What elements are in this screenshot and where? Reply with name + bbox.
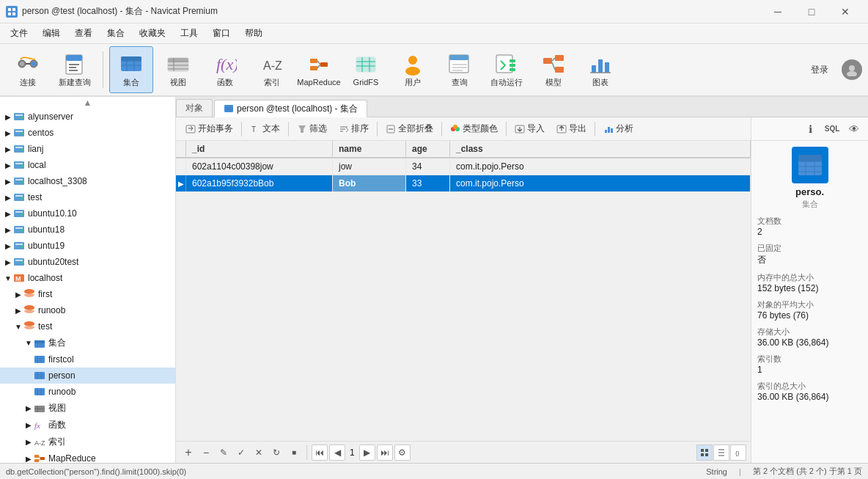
menu-window[interactable]: 窗口: [205, 24, 238, 43]
add-record-button[interactable]: +: [180, 445, 196, 461]
chart-button[interactable]: 图表: [578, 46, 622, 93]
filter-button[interactable]: 筛选: [292, 120, 332, 138]
menu-file[interactable]: 文件: [3, 24, 35, 43]
sidebar-item-local[interactable]: ▶ local: [0, 157, 175, 173]
collection-folder-icon: [34, 337, 45, 349]
stop-button[interactable]: ■: [286, 445, 302, 461]
svg-rect-31: [356, 57, 375, 72]
user-button[interactable]: 用户: [391, 46, 435, 93]
menu-favorites[interactable]: 收藏夹: [132, 24, 173, 43]
sidebar-item-ubuntu19[interactable]: ▶ ubuntu19: [0, 238, 175, 254]
col-header-age[interactable]: age: [406, 141, 450, 157]
index-button[interactable]: A-Z 索引: [250, 46, 294, 93]
sidebar-item-ubuntu20test[interactable]: ▶ ubuntu20test: [0, 254, 175, 270]
view-button[interactable]: 视图: [156, 46, 200, 93]
edit-record-button[interactable]: ✎: [216, 445, 232, 461]
nav-last-button[interactable]: ⏭: [377, 445, 393, 461]
nav-prev-button[interactable]: ◀: [329, 445, 345, 461]
user-avatar[interactable]: [842, 59, 862, 80]
info-sql-button[interactable]: SQL: [824, 121, 840, 137]
sidebar-item-mapreduce-folder[interactable]: ▶ MapReduce: [0, 450, 175, 463]
maximize-button[interactable]: □: [795, 0, 828, 23]
info-panel: ℹ SQL 👁: [751, 117, 868, 463]
sidebar-item-centos[interactable]: ▶ centos: [0, 125, 175, 141]
sidebar-item-ubuntu18[interactable]: ▶ ubuntu18: [0, 222, 175, 238]
close-button[interactable]: ✕: [828, 0, 862, 23]
cancel-record-button[interactable]: ✕: [251, 445, 267, 461]
export-button[interactable]: 导出: [551, 120, 592, 138]
sidebar-item-indexes-folder[interactable]: ▶ A-Z 索引: [0, 434, 175, 450]
info-details-button[interactable]: ℹ: [802, 121, 818, 137]
sidebar-item-ubuntu10[interactable]: ▶ ubuntu10.10: [0, 205, 175, 222]
menu-tools[interactable]: 工具: [173, 24, 205, 43]
collapse-all-label: 全部折叠: [398, 123, 433, 135]
sidebar-item-alyunserver[interactable]: ▶ alyunserver: [0, 109, 175, 125]
sidebar-item-collections-folder[interactable]: ▼ 集合: [0, 334, 175, 351]
collapse-all-button[interactable]: 全部折叠: [380, 120, 438, 138]
function-button[interactable]: f(x) 函数: [203, 46, 247, 93]
svg-text:{}: {}: [735, 450, 740, 456]
text-button[interactable]: T 文本: [245, 120, 285, 138]
sidebar-label: ubuntu20test: [28, 257, 78, 267]
delete-record-button[interactable]: −: [198, 445, 214, 461]
sidebar-item-runoob-col[interactable]: runoob: [0, 384, 175, 400]
login-button[interactable]: 登录: [803, 61, 836, 79]
nav-first-button[interactable]: ⏮: [312, 445, 328, 461]
save-record-button[interactable]: ✓: [233, 445, 249, 461]
gridfs-button[interactable]: GridFS: [344, 46, 388, 93]
collection-label: 集合: [123, 77, 139, 88]
sort-button[interactable]: 排序: [334, 120, 374, 138]
sidebar-item-runoob-db[interactable]: ▶ runoob: [0, 302, 175, 318]
sidebar-item-person[interactable]: person: [0, 368, 175, 384]
sidebar-item-functions-folder[interactable]: ▶ fx 函数: [0, 417, 175, 434]
col-header-class[interactable]: _class: [450, 141, 751, 157]
info-preview-button[interactable]: 👁: [846, 121, 862, 137]
sidebar-item-lianj[interactable]: ▶ lianj: [0, 141, 175, 157]
sidebar-item-firstcol[interactable]: firstcol: [0, 351, 175, 368]
analyze-button[interactable]: 分析: [598, 120, 639, 138]
begin-transaction-button[interactable]: 开始事务: [180, 120, 238, 138]
tab-main[interactable]: person @test (localhost) - 集合: [214, 100, 367, 117]
connect-button[interactable]: 连接: [6, 46, 50, 93]
sidebar-item-test-server[interactable]: ▶ test: [0, 189, 175, 205]
sidebar-item-first[interactable]: ▶ first: [0, 286, 175, 302]
menu-view[interactable]: 查看: [67, 24, 100, 43]
type-color-button[interactable]: 类型颜色: [445, 120, 503, 138]
grid-view-button[interactable]: [696, 445, 713, 461]
settings-button[interactable]: ⚙: [394, 445, 411, 461]
svg-rect-72: [15, 195, 23, 197]
sub-toolbar: 开始事务 T 文本 筛选: [176, 117, 751, 141]
window-title: person @test (localhost) - 集合 - Navicat …: [22, 5, 761, 18]
model-button[interactable]: 模型: [532, 46, 575, 93]
tab-object[interactable]: 对象: [176, 99, 213, 117]
query-button[interactable]: 查询: [438, 46, 482, 93]
table-row[interactable]: 602a1104c00398jow jow 34 com.it.pojo.Per…: [176, 158, 751, 175]
sidebar-scroll-up[interactable]: ▲: [0, 97, 175, 109]
server-icon: [13, 175, 25, 187]
sidebar-item-localhost[interactable]: ▼ M localhost: [0, 270, 175, 286]
menu-edit[interactable]: 编辑: [35, 24, 67, 43]
import-button[interactable]: 导入: [510, 120, 550, 138]
menu-collection[interactable]: 集合: [100, 24, 132, 43]
collection-button[interactable]: 集合: [109, 46, 153, 93]
info-content: perso. 集合 文档数 2 已固定 否 内存中的总大小: [751, 141, 868, 414]
col-header-name[interactable]: name: [333, 141, 406, 157]
analyze-icon: [603, 124, 614, 134]
sidebar-item-views-folder[interactable]: ▶ 视图: [0, 400, 175, 417]
svg-rect-103: [34, 372, 45, 379]
menu-help[interactable]: 帮助: [238, 24, 270, 43]
sidebar-item-test-db[interactable]: ▼ test: [0, 318, 175, 334]
refresh-button[interactable]: ↻: [268, 445, 284, 461]
col-header-id[interactable]: _id: [186, 141, 333, 157]
text-view-button[interactable]: {}: [730, 445, 746, 461]
new-query-button[interactable]: 新建查询: [53, 46, 97, 93]
svg-rect-108: [34, 388, 45, 395]
tree-view-button[interactable]: [713, 445, 729, 461]
table-row[interactable]: ▶ 602a1b95f3932bBob Bob 33 com.it.pojo.P…: [176, 175, 751, 192]
nav-next-button[interactable]: ▶: [359, 445, 375, 461]
mapreduce-button[interactable]: MapReduce: [297, 46, 341, 93]
autorun-button[interactable]: 自动运行: [485, 46, 529, 93]
sub-separator-6: [595, 122, 595, 136]
minimize-button[interactable]: ─: [761, 0, 795, 23]
sidebar-item-localhost3308[interactable]: ▶ localhost_3308: [0, 173, 175, 189]
